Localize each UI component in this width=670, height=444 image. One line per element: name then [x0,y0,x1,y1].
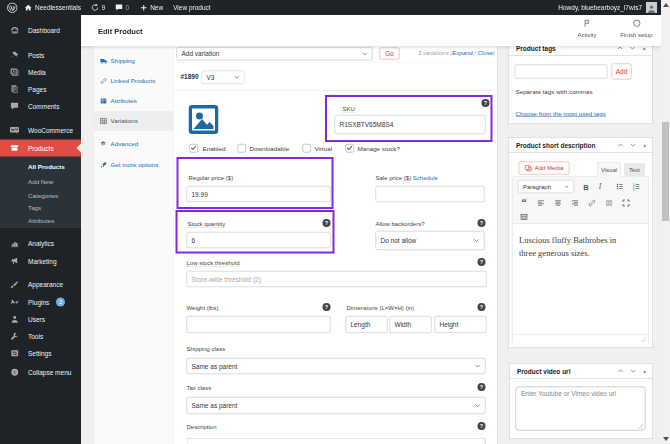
tax-class-select[interactable]: Same as parent [187,397,486,414]
sidebar-item-products[interactable]: Products [0,140,81,157]
sidebar-item-dashboard[interactable]: Dashboard [0,22,81,39]
tax-help-icon[interactable]: ? [478,383,486,391]
align-center-button[interactable] [552,197,564,209]
move-up-icon[interactable] [617,142,624,151]
sidebar-item-pages[interactable]: Pages [0,81,81,98]
sidebar-item-tools[interactable]: Tools [0,328,81,345]
close-link[interactable]: Close [478,50,493,57]
product-video-header[interactable]: Product video url [510,364,653,380]
sale-price-input[interactable] [376,186,485,202]
variation-attribute-select[interactable]: V3 [202,71,245,85]
tab-linked-products[interactable]: Linked Products [94,71,174,91]
shipping-class-select[interactable]: Same as parent [187,358,486,374]
sidebar-item-comments[interactable]: Comments [0,98,81,115]
tab-advanced[interactable]: Advanced [94,134,174,154]
link-button[interactable] [586,197,598,209]
description-textarea[interactable] [187,438,486,444]
tab-shipping[interactable]: Shipping [94,51,174,71]
tags-input[interactable] [515,65,608,79]
more-tag-button[interactable] [603,197,615,209]
tab-variations[interactable]: Variations [94,111,174,131]
dimensions-help-icon[interactable]: ? [478,303,486,311]
new-menu[interactable]: New [137,0,167,15]
length-input[interactable]: Length [346,316,388,333]
sidebar-item-woocommerce[interactable]: WooCommerce [0,122,81,139]
video-url-textarea[interactable]: Enter Youtube or Vimeo video url [516,387,646,431]
go-button[interactable]: Go [380,48,400,60]
submenu-categories[interactable]: Categories [0,189,81,203]
expand-link[interactable]: Expand [452,50,472,57]
weight-input[interactable] [187,316,331,333]
width-input[interactable]: Width [390,316,432,333]
chevron-down-icon [234,74,241,81]
virtual-checkbox[interactable] [303,144,312,153]
ordered-list-button[interactable]: 123 [631,181,643,193]
sidebar-item-users[interactable]: Users [0,311,81,328]
add-variation-select[interactable]: Add variation [177,47,373,61]
view-product-link[interactable]: View product [170,0,214,15]
backorders-help-icon[interactable]: ? [478,219,486,227]
sidebar-item-media[interactable]: Media [0,64,81,81]
tab-get-more-options[interactable]: Get more options [94,155,174,175]
toggle-panel-icon[interactable] [642,368,648,377]
submenu-all-products[interactable]: All Products [0,160,81,174]
most-used-tags-link[interactable]: Choose from the most used tags [516,110,606,117]
submenu-tags[interactable]: Tags [0,201,81,215]
sidebar-item-marketing[interactable]: Marketing [0,253,81,270]
add-tag-button[interactable]: Add [612,64,632,80]
account-menu[interactable]: Howdy, bluebearboyz_l7wis7 [558,0,661,15]
move-down-icon[interactable] [630,368,637,377]
low-stock-input[interactable]: Store-wide threshold (2) [187,271,487,287]
bullet-list-button[interactable] [614,181,626,193]
collapse-menu-button[interactable]: Collapse menu [0,364,81,381]
down-triangle-icon [663,437,669,441]
short-description-header[interactable]: Product short description [509,138,653,154]
weight-help-icon[interactable]: ? [323,303,331,311]
scrollbar-thumb[interactable] [662,122,669,221]
submenu-attributes[interactable]: Attributes [0,214,81,228]
align-left-button[interactable] [535,197,547,209]
downloadable-checkbox[interactable] [238,144,247,153]
manage-stock-checkbox[interactable] [346,144,355,153]
comments-menu[interactable]: 0 [112,0,133,15]
blockquote-button[interactable]: “ [518,196,530,208]
updates-menu[interactable]: 9 [87,0,108,15]
fullscreen-button[interactable] [620,197,632,209]
resize-grip-icon[interactable] [638,423,644,429]
wordpress-logo-icon[interactable] [4,0,22,15]
paragraph-select[interactable]: Paragraph [518,180,574,193]
visual-tab[interactable]: Visual [598,163,621,178]
kitchen-sink-button[interactable] [518,211,530,223]
resize-grip-icon[interactable] [641,336,647,342]
italic-button[interactable]: I [594,181,606,193]
virtual-label: Virtual [315,145,333,152]
backorders-select[interactable]: Do not allow [376,231,485,250]
browser-scrollbar[interactable] [661,0,670,444]
tab-attributes[interactable]: Attributes [94,91,174,111]
description-help-icon[interactable]: ? [478,422,486,430]
scroll-up-arrow-icon[interactable] [661,0,670,10]
activity-button[interactable]: Activity [565,19,610,38]
enabled-checkbox[interactable] [190,144,199,153]
sidebar-item-plugins[interactable]: Plugins 2 [0,294,81,311]
short-description-content[interactable]: Luscious fluffy Bathrobes in three gener… [513,224,648,334]
move-down-icon[interactable] [630,142,637,151]
toggle-panel-icon[interactable] [642,142,648,151]
text-tab[interactable]: Text [625,164,645,176]
sidebar-item-settings[interactable]: Settings [0,345,81,362]
sidebar-item-analytics[interactable]: Analytics [0,235,81,252]
site-menu[interactable]: Needlessentials [21,0,84,15]
sidebar-item-posts[interactable]: Posts [0,47,81,64]
height-input[interactable]: Height [435,316,487,333]
scroll-down-arrow-icon[interactable] [661,434,670,444]
bold-button[interactable]: B [580,181,592,193]
add-media-button[interactable]: Add Media [519,162,570,175]
align-right-button[interactable] [569,197,581,209]
variation-image-upload[interactable] [189,105,219,136]
submenu-add-new[interactable]: Add New [0,175,81,189]
finish-setup-button[interactable]: Finish setup [614,19,659,38]
move-up-icon[interactable] [617,368,624,377]
low-stock-help-icon[interactable]: ? [478,258,486,266]
schedule-link[interactable]: Schedule [413,174,438,181]
sidebar-item-appearance[interactable]: Appearance [0,276,81,293]
